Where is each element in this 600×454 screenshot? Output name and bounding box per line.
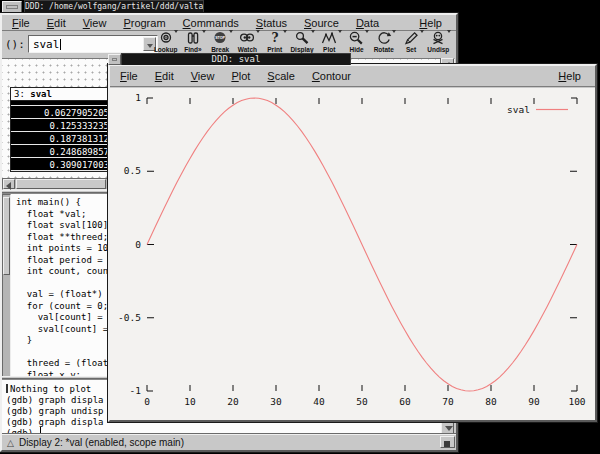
vscroll-thumb[interactable] [3, 197, 10, 275]
main-statusbar: △ Display 2: *val (enabled, scope main) [2, 434, 456, 450]
chevron-down-icon [392, 30, 396, 33]
svg-text:40: 40 [313, 396, 325, 407]
arrow-left-icon [6, 182, 11, 190]
window-glyph-icon [6, 5, 18, 9]
window-glyph-icon [112, 58, 117, 61]
svg-text:-0.5: -0.5 [118, 312, 141, 323]
sval-value-row[interactable]: 0.309017003 [11, 158, 111, 171]
sval-value-row[interactable]: 0.248689857 [11, 145, 111, 158]
plot-menu-file[interactable]: File [118, 69, 140, 83]
main-menu-help[interactable]: Help [417, 16, 444, 30]
chevron-down-icon [311, 30, 315, 33]
plot-menu-contour[interactable]: Contour [310, 69, 353, 83]
plot-menu-scale[interactable]: Scale [265, 69, 297, 83]
chevron-down-icon [202, 30, 206, 33]
plot-window-menu-button[interactable] [108, 54, 121, 65]
scroll-left-button[interactable] [3, 179, 15, 189]
lookup-icon [158, 31, 174, 45]
plot-window: FileEditViewPlotScaleContourHelp 0102030… [108, 64, 597, 422]
svg-text:0.5: 0.5 [124, 165, 141, 176]
svg-text:50: 50 [356, 396, 368, 407]
warning-marker-icon [6, 384, 8, 393]
scroll-down-button[interactable] [441, 421, 454, 434]
toolbar-button-label: Rotate [374, 46, 394, 53]
chevron-down-icon [365, 30, 369, 33]
svg-text:-1: -1 [130, 385, 142, 396]
print-icon: ? [267, 31, 283, 45]
plot-menu-edit[interactable]: Edit [153, 69, 176, 83]
main-menu-view[interactable]: View [81, 16, 109, 30]
status-text: Display 2: *val (enabled, scope main) [19, 437, 184, 448]
toolbar-button-label: Watch [238, 46, 257, 53]
svg-text:10: 10 [184, 396, 196, 407]
argument-row: (): sval [2, 33, 158, 55]
grip-square-icon [444, 441, 450, 447]
svg-text:STOP: STOP [215, 36, 225, 40]
plot-menu-view[interactable]: View [189, 69, 217, 83]
hide-icon [348, 31, 364, 45]
chevron-down-icon [338, 30, 342, 33]
sval-value-row[interactable]: 0.0627905205 [11, 106, 111, 119]
svg-text:60: 60 [399, 396, 411, 407]
svg-text:sval: sval [507, 104, 530, 115]
watch-icon [239, 31, 255, 45]
console-caret [40, 427, 41, 434]
main-menu-source[interactable]: Source [302, 16, 341, 30]
main-window-title[interactable]: DDD: /home/wolfgang/artikel/ddd/valtab.c [24, 0, 204, 13]
sval-value-row[interactable]: 0.125333235 [11, 119, 111, 132]
data-display-sval[interactable]: 3: sval 0.06279052050.1253332350.1873813… [10, 87, 112, 172]
undisp-button[interactable]: Undisp [425, 30, 452, 57]
chevron-down-icon [420, 30, 424, 33]
toolbar-button-label: Find» [184, 46, 201, 53]
main-menu-file[interactable]: File [10, 16, 32, 30]
main-menu-commands[interactable]: Commands [181, 16, 241, 30]
toolbar-button-label: Plot [323, 46, 335, 53]
svg-text:20: 20 [227, 396, 239, 407]
plot-icon [321, 31, 337, 45]
sine-plot: 0102030405060708090100-1-0.500.51sval [110, 88, 595, 420]
chevron-down-icon [229, 30, 233, 33]
console-line[interactable]: (gdb) [2, 427, 454, 434]
data-display-header[interactable]: 3: sval [11, 88, 111, 101]
plot-menubar: FileEditViewPlotScaleContourHelp [110, 66, 595, 87]
rotate-button[interactable]: Rotate [370, 30, 397, 57]
chevron-down-icon [174, 30, 178, 33]
arrow-down-icon [445, 426, 453, 431]
main-window-menu-button[interactable] [2, 1, 22, 13]
main-menu-data[interactable]: Data [354, 16, 381, 30]
chevron-down-icon [256, 30, 260, 33]
resize-grip[interactable] [440, 436, 455, 448]
svg-text:1: 1 [135, 92, 141, 103]
source-vscrollbar[interactable] [2, 194, 11, 376]
svg-text:90: 90 [528, 396, 540, 407]
sval-value-row[interactable]: 0.187381312 [11, 132, 111, 145]
main-menu-status[interactable]: Status [254, 16, 289, 30]
svg-text:30: 30 [270, 396, 282, 407]
undisp-icon [430, 31, 446, 45]
hscroll-thumb[interactable] [16, 179, 106, 189]
main-menu-edit[interactable]: Edit [45, 16, 68, 30]
main-menu-program[interactable]: Program [121, 16, 167, 30]
chevron-down-icon [447, 30, 451, 33]
main-menubar: FileEditViewProgramCommandsStatusSourceD… [2, 15, 456, 31]
display-icon [294, 31, 310, 45]
toolbar-button-label: Hide [349, 46, 363, 53]
break-icon: STOP [212, 31, 228, 45]
argument-input[interactable]: sval [28, 35, 158, 53]
plot-menu-help[interactable]: Help [556, 69, 583, 83]
text-caret [60, 39, 61, 50]
sval-curve [147, 98, 577, 391]
chevron-down-icon [283, 30, 287, 33]
rotate-icon [376, 31, 392, 45]
status-triangle-icon[interactable]: △ [7, 438, 14, 448]
argument-label: (): [5, 38, 25, 51]
toolbar-button-label: Set [406, 46, 416, 53]
svg-text:100: 100 [568, 396, 585, 407]
set-button[interactable]: Set [397, 30, 424, 57]
toolbar-button-label: Print [267, 46, 282, 53]
find-icon [185, 31, 201, 45]
plot-menu-plot[interactable]: Plot [229, 69, 252, 83]
plot-canvas[interactable]: 0102030405060708090100-1-0.500.51sval [110, 88, 595, 420]
plot-window-title[interactable]: DDD: sval [121, 53, 351, 65]
svg-text:0: 0 [144, 396, 150, 407]
